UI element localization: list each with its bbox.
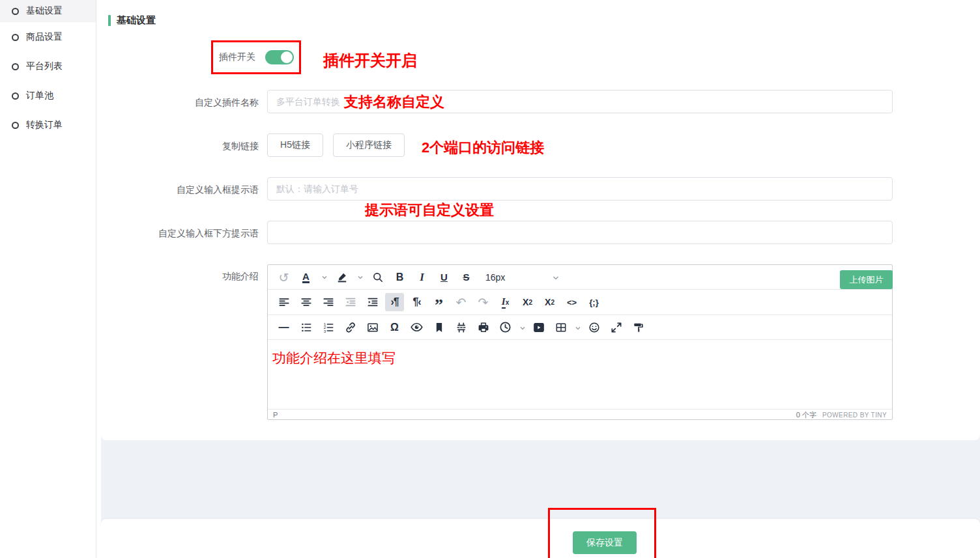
title-accent-bar — [108, 15, 111, 26]
plugin-name-label: 自定义插件名称 — [101, 96, 259, 109]
mini-program-link-button[interactable]: 小程序链接 — [333, 133, 405, 157]
bookmark-anchor-icon[interactable] — [429, 318, 448, 337]
radio-circle-icon — [12, 92, 19, 100]
content-panel: 基础设置 插件开关 插件开关开启 自定义插件名称 支持名称自定义 复制链接 H5… — [101, 0, 980, 558]
annotation-copy-link: 2个端口的访问链接 — [422, 138, 544, 158]
text-color-caret chevron-down-icon[interactable] — [320, 268, 329, 286]
font-size-value: 16px — [485, 272, 505, 283]
save-bar-card: 保存设置 — [101, 519, 980, 558]
rtl-direction-button[interactable]: ¶‹ — [407, 293, 426, 311]
radio-circle-icon — [12, 122, 19, 129]
plugin-switch-label: 插件开关 — [219, 51, 255, 63]
subscript-icon[interactable]: X2 — [518, 293, 537, 311]
editor-status-bar: P 0 个字 POWERED BY TINY — [268, 410, 892, 420]
sidebar-item-label: 转换订单 — [26, 119, 63, 131]
sidebar-item-label: 商品设置 — [26, 31, 63, 43]
annotation-box-plugin-switch: 插件开关 — [211, 40, 301, 74]
insert-datetime-icon[interactable] — [496, 318, 515, 337]
page-break-icon[interactable] — [452, 318, 470, 337]
svg-text:3: 3 — [323, 328, 326, 333]
settings-card: 基础设置 插件开关 插件开关开启 自定义插件名称 支持名称自定义 复制链接 H5… — [101, 0, 980, 440]
save-settings-button[interactable]: 保存设置 — [573, 531, 637, 554]
fullscreen-icon[interactable] — [607, 318, 626, 337]
code-sample-icon[interactable]: {;} — [584, 293, 603, 311]
undo-icon[interactable]: ↶ — [452, 293, 470, 311]
align-right-icon[interactable] — [319, 293, 338, 311]
page-title: 基础设置 — [117, 14, 156, 27]
sidebar: 基础设置 商品设置 平台列表 订单池 转换订单 — [0, 0, 96, 558]
font-size-select[interactable]: 16px — [485, 272, 560, 283]
ordered-list-icon[interactable]: 1 2 3 — [319, 318, 338, 337]
text-color-icon[interactable]: A — [296, 268, 315, 286]
radio-circle-icon — [12, 63, 19, 70]
sidebar-item-label: 平台列表 — [26, 61, 63, 72]
radio-circle-icon — [12, 8, 19, 15]
chevron-down-icon — [552, 272, 560, 283]
app-screen: 基础设置 商品设置 平台列表 订单池 转换订单 基础设置 — [0, 0, 980, 558]
format-painter-icon[interactable] — [629, 318, 648, 337]
superscript-icon[interactable]: X2 — [540, 293, 559, 311]
radio-circle-icon — [12, 34, 19, 41]
search-icon[interactable] — [368, 268, 387, 286]
annotation-feature-intro: 功能介绍在这里填写 — [272, 349, 396, 367]
sidebar-item-convert-order[interactable]: 转换订单 — [0, 113, 96, 137]
italic-button[interactable]: I — [412, 268, 431, 286]
strikethrough-button[interactable]: S — [457, 268, 476, 286]
feature-intro-label: 功能介绍 — [101, 270, 259, 283]
word-count: 0 个字 — [796, 410, 816, 420]
editor-content-area[interactable]: 功能介绍在这里填写 — [268, 340, 892, 410]
input-below-tip-input[interactable] — [267, 221, 893, 244]
annotation-plugin-switch: 插件开关开启 — [323, 50, 417, 71]
indent-icon[interactable] — [363, 293, 382, 311]
preview-icon[interactable] — [407, 318, 426, 337]
copy-link-label: 复制链接 — [101, 139, 259, 152]
special-char-icon[interactable]: Ω — [385, 318, 404, 337]
rich-text-editor: 上传图片 ↺ A — [267, 264, 893, 420]
clear-format-icon[interactable]: Ix — [496, 293, 515, 311]
input-below-tip-label: 自定义输入框下方提示语 — [101, 227, 259, 240]
print-icon[interactable] — [474, 318, 493, 337]
section-title: 基础设置 — [108, 14, 156, 27]
media-icon[interactable] — [529, 318, 548, 337]
datetime-caret chevron-down-icon[interactable] — [519, 322, 526, 333]
main-area: 基础设置 插件开关 插件开关开启 自定义插件名称 支持名称自定义 复制链接 H5… — [96, 0, 980, 558]
underline-button[interactable]: U — [435, 268, 454, 286]
highlight-color-icon[interactable] — [332, 268, 351, 286]
table-caret chevron-down-icon[interactable] — [575, 322, 581, 333]
sidebar-item-label: 订单池 — [26, 90, 53, 102]
editor-toolbar-row-1: ↺ A — [268, 265, 892, 290]
element-path[interactable]: P — [273, 411, 278, 419]
emoji-icon[interactable] — [584, 318, 603, 337]
bold-button[interactable]: B — [390, 268, 409, 286]
sidebar-item-product-settings[interactable]: 商品设置 — [0, 25, 96, 49]
horizontal-rule-icon[interactable]: — — [274, 318, 293, 337]
history-restore-icon[interactable]: ↺ — [274, 268, 293, 286]
blockquote-icon[interactable]: ” — [429, 293, 448, 311]
h5-link-button[interactable]: H5链接 — [267, 133, 323, 157]
image-icon[interactable] — [363, 318, 382, 337]
redo-icon[interactable]: ↷ — [474, 293, 493, 311]
sidebar-item-platform-list[interactable]: 平台列表 — [0, 55, 96, 78]
plugin-name-input[interactable] — [267, 90, 893, 113]
sidebar-item-order-pool[interactable]: 订单池 — [0, 84, 96, 107]
editor-toolbar-row-3: — 1 2 3 — [268, 315, 892, 340]
input-tip-label: 自定义输入框提示语 — [101, 183, 259, 196]
highlight-color-caret chevron-down-icon[interactable] — [356, 268, 365, 286]
toggle-knob — [281, 51, 293, 63]
align-center-icon[interactable] — [296, 293, 315, 311]
outdent-icon[interactable] — [341, 293, 360, 311]
annotation-input-tip: 提示语可自定义设置 — [365, 201, 494, 220]
bullet-list-icon[interactable] — [296, 318, 315, 337]
editor-toolbar-row-2: ›¶ ¶‹ ” ↶ ↷ Ix X2 X2 — [268, 290, 892, 315]
sidebar-item-basic-settings[interactable]: 基础设置 — [0, 0, 96, 22]
link-icon[interactable] — [341, 318, 360, 337]
input-tip-input[interactable] — [267, 177, 893, 201]
ltr-direction-button[interactable]: ›¶ — [385, 293, 404, 311]
plugin-switch-toggle[interactable] — [265, 50, 294, 64]
sidebar-item-label: 基础设置 — [26, 5, 63, 17]
table-icon[interactable] — [551, 318, 570, 337]
powered-by-tiny[interactable]: POWERED BY TINY — [822, 412, 887, 419]
align-left-icon[interactable] — [274, 293, 293, 311]
upload-image-button[interactable]: 上传图片 — [840, 270, 893, 289]
inline-code-icon[interactable]: <> — [562, 293, 581, 311]
